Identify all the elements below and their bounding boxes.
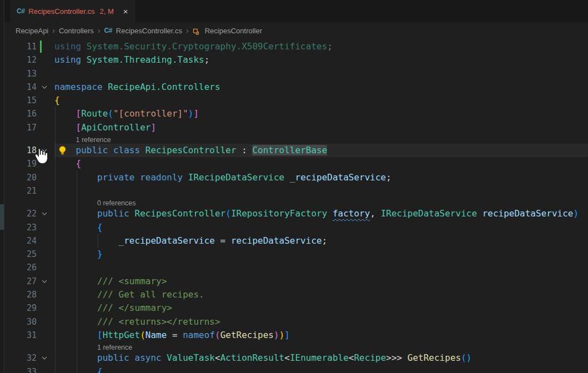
code-token: Route <box>81 108 108 119</box>
line-content[interactable]: using System.Security.Cryptography.X509C… <box>54 40 588 53</box>
line-content[interactable]: 1 reference <box>54 134 588 144</box>
editor-code[interactable]: 11using System.Security.Cryptography.X50… <box>4 39 588 373</box>
code-line[interactable]: 18 public class RecipesController : Cont… <box>4 144 588 157</box>
line-content[interactable]: { <box>54 94 588 107</box>
line-content[interactable]: [Route("[controller]")] <box>54 107 588 120</box>
fold-toggle <box>37 329 52 342</box>
fold-toggle <box>37 288 52 301</box>
line-content[interactable]: [HttpGet(Name = nameof(GetRecipes))] <box>54 329 588 342</box>
code-token: ActionResult <box>220 352 285 363</box>
indent-guide <box>55 144 56 157</box>
code-line[interactable]: 29 /// </summary> <box>4 301 588 315</box>
fold-toggle <box>37 261 52 274</box>
line-content[interactable]: using System.Threading.Tasks; <box>54 53 588 67</box>
line-content[interactable] <box>54 261 588 274</box>
close-icon[interactable]: × <box>123 7 128 16</box>
code-line[interactable]: 28 /// Get all recipes. <box>4 288 588 301</box>
line-content[interactable]: _recipeDataService = recipeDataService; <box>54 234 588 248</box>
code-token: RecipesController <box>145 145 237 155</box>
line-content[interactable]: public RecipesController(IRepositoryFact… <box>54 207 588 220</box>
line-content[interactable]: /// <returns></returns> <box>54 315 588 329</box>
code-line[interactable]: 14namespace RecipeApi.Controllers <box>4 80 588 94</box>
code-token: { <box>97 366 103 373</box>
code-line[interactable]: 33 { <box>4 365 588 373</box>
code-token: factory <box>333 208 370 219</box>
line-content[interactable]: { <box>54 221 588 234</box>
line-number: 21 <box>4 184 37 198</box>
code-line[interactable]: 27 /// <summary> <box>4 275 588 288</box>
code-line[interactable]: 30 /// <returns></returns> <box>4 315 588 329</box>
line-content[interactable]: 1 reference <box>54 342 588 351</box>
edge-scrollbar-thumb[interactable] <box>0 204 4 230</box>
fold-toggle <box>37 315 52 329</box>
code-line[interactable]: 13 <box>4 67 588 80</box>
line-content[interactable]: private readonly IRecipeDataService _rec… <box>54 171 588 184</box>
line-number: 11 <box>4 40 37 53</box>
line-content[interactable]: namespace RecipeApi.Controllers <box>54 80 588 94</box>
line-content[interactable]: [ApiController] <box>54 121 588 134</box>
code-token: HttpGet <box>103 330 140 340</box>
fold-toggle[interactable] <box>37 275 52 288</box>
breadcrumb-item-file[interactable]: RecipesController.cs <box>116 27 182 35</box>
indent-guide <box>77 248 77 261</box>
code-token: [ <box>97 330 103 340</box>
line-number: 17 <box>4 121 37 134</box>
fold-toggle[interactable] <box>37 207 52 220</box>
code-line[interactable]: 11using System.Security.Cryptography.X50… <box>4 40 588 53</box>
code-line[interactable]: 25 } <box>4 248 588 261</box>
code-line[interactable]: 24 _recipeDataService = recipeDataServic… <box>4 234 588 248</box>
code-token: using <box>54 41 87 52</box>
breadcrumb-item-folder[interactable]: Controllers <box>59 27 94 35</box>
fold-toggle[interactable] <box>37 144 52 157</box>
code-line[interactable]: 20 private readonly IRecipeDataService _… <box>4 171 588 184</box>
code-line[interactable]: 23 { <box>4 221 588 234</box>
fold-toggle[interactable] <box>37 351 52 365</box>
code-token: IRepositoryFactory <box>231 208 333 219</box>
indent-guide <box>77 329 77 342</box>
line-content[interactable]: { <box>54 157 588 170</box>
code-token <box>54 158 76 169</box>
left-edge-strip <box>0 0 4 373</box>
code-line[interactable]: 12using System.Threading.Tasks; <box>4 53 588 67</box>
indent-guide <box>77 184 77 198</box>
line-content[interactable]: public class RecipesController : Control… <box>54 144 588 157</box>
line-content[interactable]: 0 references <box>54 198 588 207</box>
line-content[interactable]: public async ValueTask<ActionResult<IEnu… <box>54 351 588 365</box>
line-content[interactable]: } <box>54 248 588 261</box>
breadcrumb-item-project[interactable]: RecipeApi <box>16 27 48 35</box>
codelens-row[interactable]: 1 reference <box>4 342 588 351</box>
breadcrumb-item-class[interactable]: RecipesController <box>205 27 262 35</box>
codelens-row[interactable]: 0 references <box>4 198 588 207</box>
tab-recipescontroller[interactable]: C# RecipesController.cs 2, M × <box>10 0 135 22</box>
code-token: : <box>237 145 253 155</box>
line-content[interactable] <box>54 67 588 80</box>
line-number: 31 <box>4 329 37 342</box>
code-line[interactable]: 21 <box>4 184 588 198</box>
code-line[interactable]: 31 [HttpGet(Name = nameof(GetRecipes))] <box>4 329 588 342</box>
code-token: nameof <box>183 330 215 340</box>
code-line[interactable]: 16 [Route("[controller]")] <box>4 107 588 120</box>
line-number: 28 <box>4 288 37 301</box>
line-content[interactable]: /// </summary> <box>54 301 588 315</box>
line-content[interactable] <box>54 184 588 198</box>
line-content[interactable]: { <box>54 365 588 373</box>
codelens-row[interactable]: 1 reference <box>4 134 588 144</box>
code-line[interactable]: 15{ <box>4 94 588 107</box>
code-token: namespace <box>54 82 108 92</box>
fold-toggle[interactable] <box>37 80 52 94</box>
gutter: 31 <box>4 329 54 342</box>
code-token: { <box>76 158 82 169</box>
gutter: 13 <box>4 67 54 80</box>
line-content[interactable]: /// Get all recipes. <box>54 288 588 301</box>
line-number: 29 <box>4 301 37 315</box>
code-line[interactable]: 26 <box>4 261 588 274</box>
line-content[interactable]: /// <summary> <box>54 275 588 288</box>
gutter: 19 <box>4 157 54 170</box>
code-token: _recipeDataService <box>119 235 215 246</box>
code-line[interactable]: 17 [ApiController] <box>4 121 588 134</box>
editor-group: C# RecipesController.cs 2, M × RecipeApi… <box>4 0 588 373</box>
gutter <box>4 198 54 207</box>
code-line[interactable]: 19 { <box>4 157 588 170</box>
code-line[interactable]: 22 public RecipesController(IRepositoryF… <box>4 207 588 220</box>
code-line[interactable]: 32 public async ValueTask<ActionResult<I… <box>4 351 588 365</box>
